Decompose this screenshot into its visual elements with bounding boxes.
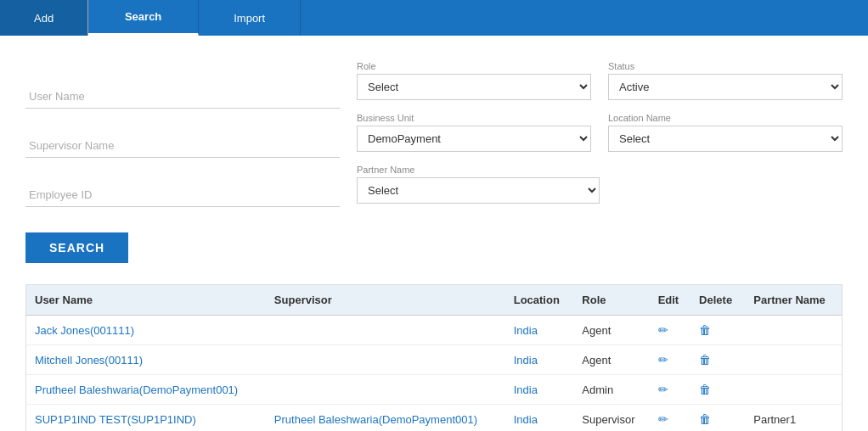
table-row: SUP1P1IND TEST(SUP1P1IND) Prutheel Bales… xyxy=(26,405,842,432)
delete-icon[interactable]: 🗑 xyxy=(699,412,711,426)
cell-username[interactable]: Jack Jones(001111) xyxy=(26,316,266,345)
delete-icon[interactable]: 🗑 xyxy=(699,383,711,396)
cell-username[interactable]: Prutheel Baleshwaria(DemoPayment001) xyxy=(26,375,266,405)
cell-partner xyxy=(745,345,842,375)
cell-partner: Partner1 xyxy=(745,405,842,432)
col-location: Location xyxy=(505,285,574,316)
col-edit: Edit xyxy=(650,285,690,316)
cell-role: Agent xyxy=(573,345,649,375)
cell-role: Agent xyxy=(573,316,649,345)
delete-icon[interactable]: 🗑 xyxy=(699,353,711,367)
business-unit-select[interactable]: DemoPayment xyxy=(357,126,591,152)
role-select[interactable]: Select xyxy=(357,74,591,100)
col-partner: Partner Name xyxy=(745,285,842,316)
tab-search[interactable]: Search xyxy=(88,0,199,36)
status-label: Status xyxy=(608,61,843,71)
employeeid-input[interactable] xyxy=(25,183,340,207)
cell-role: Supervisor xyxy=(573,405,649,432)
tab-import[interactable]: Import xyxy=(199,0,301,36)
col-username: User Name xyxy=(26,285,266,316)
col-role: Role xyxy=(573,285,649,316)
cell-supervisor[interactable]: Prutheel Baleshwaria(DemoPayment001) xyxy=(266,405,505,432)
cell-edit[interactable]: ✏ xyxy=(650,316,690,345)
partner-label: Partner Name xyxy=(357,165,843,175)
cell-delete[interactable]: 🗑 xyxy=(690,405,745,432)
cell-location: India xyxy=(505,405,574,432)
cell-role: Admin xyxy=(573,375,649,405)
cell-partner xyxy=(745,375,842,405)
business-unit-label: Business Unit xyxy=(357,113,591,123)
cell-partner xyxy=(745,316,842,345)
cell-supervisor xyxy=(266,316,505,345)
cell-delete[interactable]: 🗑 xyxy=(690,345,745,375)
edit-icon[interactable]: ✏ xyxy=(658,412,668,426)
table-row: Mitchell Jones(00111) India Agent ✏ 🗑 xyxy=(26,345,842,375)
edit-icon[interactable]: ✏ xyxy=(658,383,668,396)
tab-add[interactable]: Add xyxy=(0,0,88,36)
cell-edit[interactable]: ✏ xyxy=(650,405,690,432)
partner-select[interactable]: Select xyxy=(357,177,600,204)
table-row: Jack Jones(001111) India Agent ✏ 🗑 xyxy=(26,316,842,345)
cell-username[interactable]: Mitchell Jones(00111) xyxy=(26,345,266,375)
cell-supervisor xyxy=(266,345,505,375)
role-label: Role xyxy=(357,61,591,71)
location-select[interactable]: Select xyxy=(608,126,843,152)
supervisor-input[interactable] xyxy=(25,134,340,158)
cell-username[interactable]: SUP1P1IND TEST(SUP1P1IND) xyxy=(26,405,266,432)
col-delete: Delete xyxy=(690,285,745,316)
location-label: Location Name xyxy=(608,113,843,123)
cell-delete[interactable]: 🗑 xyxy=(690,375,745,405)
delete-icon[interactable]: 🗑 xyxy=(699,323,711,337)
status-select[interactable]: Active Inactive xyxy=(608,74,843,100)
top-tabs: Add Search Import xyxy=(0,0,868,36)
cell-edit[interactable]: ✏ xyxy=(650,345,690,375)
cell-edit[interactable]: ✏ xyxy=(650,375,690,405)
cell-location: India xyxy=(505,375,574,405)
cell-location: India xyxy=(505,316,574,345)
edit-icon[interactable]: ✏ xyxy=(658,323,668,337)
search-button[interactable]: SEARCH xyxy=(25,232,128,263)
cell-supervisor xyxy=(266,375,505,405)
edit-icon[interactable]: ✏ xyxy=(658,353,668,367)
col-supervisor: Supervisor xyxy=(266,285,505,316)
cell-location: India xyxy=(505,345,574,375)
username-input[interactable] xyxy=(25,85,340,109)
table-row: Prutheel Baleshwaria(DemoPayment001) Ind… xyxy=(26,375,842,405)
cell-delete[interactable]: 🗑 xyxy=(690,316,745,345)
